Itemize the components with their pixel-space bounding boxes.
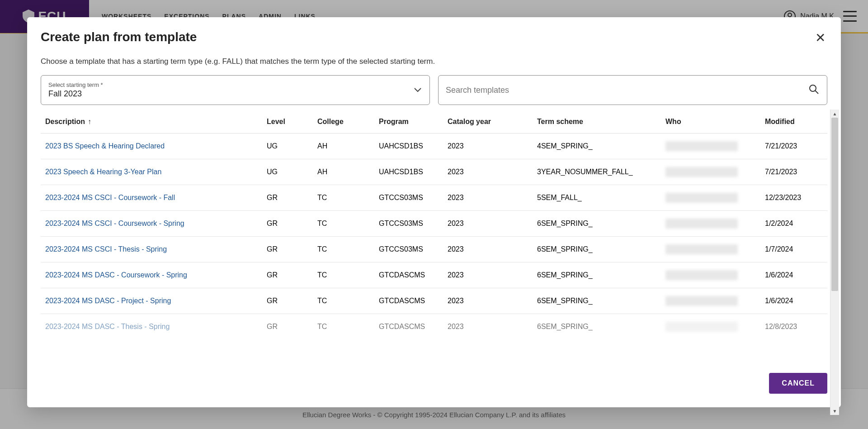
template-link[interactable]: 2023-2024 MS DASC - Thesis - Spring — [45, 323, 170, 330]
cell-level: UG — [267, 168, 317, 176]
cell-modified: 1/2/2024 — [765, 219, 823, 228]
col-header-program[interactable]: Program — [379, 118, 448, 126]
cell-catalog: 2023 — [448, 271, 537, 279]
cell-term-scheme: 5SEM_FALL_ — [537, 194, 665, 202]
cell-level: GR — [267, 271, 317, 279]
template-link[interactable]: 2023 BS Speech & Hearing Declared — [45, 142, 165, 150]
template-link[interactable]: 2023-2024 MS DASC - Coursework - Spring — [45, 271, 187, 279]
cell-program: GTCDASCMS — [379, 271, 448, 279]
cell-who — [665, 322, 765, 332]
table-header: Description ↑ Level College Program Cata… — [41, 118, 827, 133]
create-plan-modal: Create plan from template ✕ Choose a tem… — [27, 17, 841, 407]
cell-who — [665, 167, 765, 177]
cell-term-scheme: 6SEM_SPRING_ — [537, 271, 665, 279]
table-row: 2023-2024 MS CSCI - Thesis - SpringGRTCG… — [41, 237, 827, 262]
cell-modified: 7/21/2023 — [765, 142, 823, 150]
cell-level: GR — [267, 245, 317, 253]
cell-college: TC — [317, 297, 379, 305]
cell-college: TC — [317, 245, 379, 253]
cell-who — [665, 219, 765, 229]
sort-ascending-icon: ↑ — [88, 118, 91, 126]
cell-college: TC — [317, 271, 379, 279]
svg-point-2 — [810, 85, 816, 91]
cell-catalog: 2023 — [448, 168, 537, 176]
cell-program: GTCDASCMS — [379, 323, 448, 331]
templates-table: Description ↑ Level College Program Cata… — [41, 118, 827, 339]
col-header-who[interactable]: Who — [665, 118, 765, 126]
starting-term-value: Fall 2023 — [48, 89, 422, 99]
cell-modified: 12/8/2023 — [765, 323, 823, 331]
search-templates-field[interactable] — [438, 75, 827, 105]
cell-level: GR — [267, 194, 317, 202]
svg-line-3 — [815, 91, 818, 94]
cell-catalog: 2023 — [448, 142, 537, 150]
search-input[interactable] — [446, 86, 820, 95]
cell-modified: 1/7/2024 — [765, 245, 823, 253]
table-row: 2023-2024 MS CSCI - Coursework - FallGRT… — [41, 185, 827, 211]
scroll-thumb[interactable] — [831, 118, 838, 291]
cell-who — [665, 193, 765, 203]
cell-college: TC — [317, 323, 379, 331]
cell-modified: 7/21/2023 — [765, 168, 823, 176]
scroll-track[interactable] — [830, 118, 839, 407]
cell-college: TC — [317, 194, 379, 202]
cell-catalog: 2023 — [448, 219, 537, 228]
starting-term-select[interactable]: Select starting term * Fall 2023 — [41, 75, 430, 105]
modal-scroll-area: Choose a template that has a starting te… — [41, 46, 827, 363]
cell-college: AH — [317, 168, 379, 176]
cell-modified: 1/6/2024 — [765, 271, 823, 279]
close-icon[interactable]: ✕ — [813, 30, 827, 46]
col-header-term-scheme[interactable]: Term scheme — [537, 118, 665, 126]
cell-term-scheme: 6SEM_SPRING_ — [537, 219, 665, 228]
cell-college: TC — [317, 219, 379, 228]
modal-title: Create plan from template — [41, 30, 197, 44]
table-row: 2023 BS Speech & Hearing DeclaredUGAHUAH… — [41, 133, 827, 159]
search-icon — [809, 84, 819, 96]
scroll-down-icon[interactable]: ▼ — [830, 407, 839, 415]
col-header-catalog-year[interactable]: Catalog year — [448, 118, 537, 126]
table-row: 2023-2024 MS CSCI - Coursework - SpringG… — [41, 211, 827, 237]
template-link[interactable]: 2023-2024 MS CSCI - Coursework - Spring — [45, 219, 184, 227]
cell-term-scheme: 6SEM_SPRING_ — [537, 297, 665, 305]
cell-program: GTCCS03MS — [379, 219, 448, 228]
col-header-college[interactable]: College — [317, 118, 379, 126]
template-link[interactable]: 2023 Speech & Hearing 3-Year Plan — [45, 168, 161, 176]
cell-catalog: 2023 — [448, 297, 537, 305]
cell-catalog: 2023 — [448, 245, 537, 253]
cell-level: GR — [267, 297, 317, 305]
chevron-down-icon — [414, 86, 421, 94]
cell-level: GR — [267, 323, 317, 331]
table-row: 2023-2024 MS DASC - Thesis - SpringGRTCG… — [41, 314, 827, 339]
template-link[interactable]: 2023-2024 MS DASC - Project - Spring — [45, 297, 171, 305]
col-header-level[interactable]: Level — [267, 118, 317, 126]
vertical-scrollbar[interactable]: ▲ ▼ — [830, 110, 839, 415]
cell-who — [665, 296, 765, 306]
template-link[interactable]: 2023-2024 MS CSCI - Thesis - Spring — [45, 245, 167, 253]
cell-college: AH — [317, 142, 379, 150]
cell-level: GR — [267, 219, 317, 228]
scroll-up-icon[interactable]: ▲ — [830, 110, 839, 118]
cell-who — [665, 270, 765, 280]
cell-level: UG — [267, 142, 317, 150]
table-row: 2023-2024 MS DASC - Coursework - SpringG… — [41, 262, 827, 288]
col-header-modified[interactable]: Modified — [765, 118, 823, 126]
cell-program: GTCCS03MS — [379, 194, 448, 202]
cell-term-scheme: 6SEM_SPRING_ — [537, 323, 665, 331]
cell-who — [665, 244, 765, 254]
cell-modified: 12/23/2023 — [765, 194, 823, 202]
cell-program: GTCCS03MS — [379, 245, 448, 253]
cell-catalog: 2023 — [448, 323, 537, 331]
cell-program: UAHCSD1BS — [379, 142, 448, 150]
cell-catalog: 2023 — [448, 194, 537, 202]
cell-term-scheme: 3YEAR_NOSUMMER_FALL_ — [537, 168, 665, 176]
cell-program: UAHCSD1BS — [379, 168, 448, 176]
starting-term-label: Select starting term * — [48, 81, 422, 88]
col-header-description[interactable]: Description ↑ — [45, 118, 267, 126]
cancel-button[interactable]: CANCEL — [769, 373, 827, 394]
table-row: 2023-2024 MS DASC - Project - SpringGRTC… — [41, 288, 827, 314]
table-row: 2023 Speech & Hearing 3-Year PlanUGAHUAH… — [41, 159, 827, 185]
modal-instruction: Choose a template that has a starting te… — [41, 46, 827, 75]
template-link[interactable]: 2023-2024 MS CSCI - Coursework - Fall — [45, 194, 175, 201]
cell-term-scheme: 6SEM_SPRING_ — [537, 245, 665, 253]
cell-term-scheme: 4SEM_SPRING_ — [537, 142, 665, 150]
